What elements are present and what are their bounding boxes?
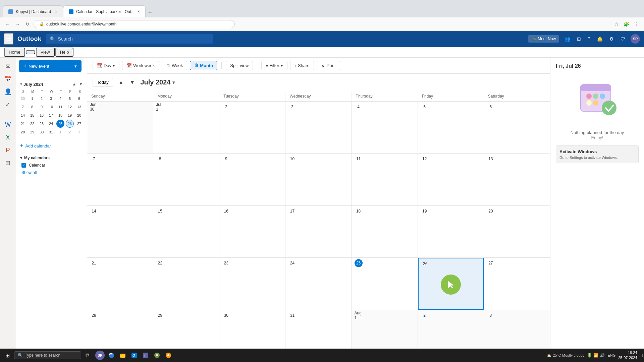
split-view-button[interactable]: Split view	[226, 61, 253, 70]
fluent-icon[interactable]: ⊞	[576, 35, 582, 43]
cell-6[interactable]: 6	[484, 102, 550, 153]
nav-calendar[interactable]: 📅	[2, 73, 14, 85]
mini-day-28[interactable]: 28	[19, 128, 27, 136]
settings-icon[interactable]: ⚙	[608, 35, 615, 43]
cell-5[interactable]: 5	[418, 102, 484, 153]
view-workweek-button[interactable]: 📅 Work week	[122, 61, 159, 70]
more-icon[interactable]: ⋮	[633, 20, 640, 28]
tab-calendar[interactable]	[26, 50, 35, 54]
cell-15[interactable]: 15	[153, 206, 219, 257]
taskbar-canary-icon[interactable]	[163, 350, 174, 361]
cell-7[interactable]: 7	[87, 154, 153, 205]
new-tab-button[interactable]: +	[146, 8, 155, 17]
tab-kopyst-close[interactable]: ✕	[55, 10, 57, 13]
view-week-button[interactable]: 🗓 Week	[162, 61, 187, 70]
mini-day-7[interactable]: 7	[19, 103, 27, 111]
cell-2[interactable]: 2	[219, 102, 285, 153]
mini-cal-next[interactable]: ▼	[77, 81, 84, 87]
cell-4[interactable]: 4	[352, 102, 418, 153]
cell-11[interactable]: 11	[352, 154, 418, 205]
cell-10[interactable]: 10	[285, 154, 352, 205]
tab-help[interactable]: Help	[55, 48, 74, 57]
cell-26-selected[interactable]: 26	[418, 258, 484, 309]
mini-day-1[interactable]: 1	[28, 95, 36, 103]
show-all-button[interactable]: Show all	[19, 169, 84, 176]
address-bar[interactable]: 🔒 outlook.live.com/calendar/0/view/month	[34, 20, 235, 28]
taskbar-microsoft-edge[interactable]	[106, 350, 117, 361]
cell-14[interactable]: 14	[87, 206, 153, 257]
nav-contacts[interactable]: 👤	[2, 86, 14, 98]
back-button[interactable]: ←	[4, 20, 11, 28]
teams-icon[interactable]: 👥	[563, 35, 572, 43]
mini-day-14[interactable]: 14	[19, 111, 27, 119]
cell-jul1[interactable]: Jul 1	[153, 102, 219, 153]
mini-day-2next[interactable]: 2	[66, 128, 74, 136]
mini-cal-title[interactable]: July 2024	[23, 82, 71, 87]
taskbar-file-explorer[interactable]	[117, 350, 128, 361]
nav-mail[interactable]: ✉	[2, 60, 14, 72]
mini-cal-prev[interactable]: ▲	[71, 81, 77, 87]
tab-home[interactable]: Home	[4, 48, 25, 57]
my-calendars-header[interactable]: ▾ My calendars	[19, 154, 84, 162]
mini-day-18[interactable]: 18	[56, 111, 64, 119]
cell-12[interactable]: 12	[418, 154, 484, 205]
refresh-button[interactable]: ↻	[24, 20, 31, 28]
search-bar[interactable]: 🔍	[46, 34, 213, 44]
mini-day-12[interactable]: 12	[66, 103, 74, 111]
cell-13[interactable]: 13	[484, 154, 550, 205]
tab-outlook-close[interactable]: ✕	[137, 10, 140, 13]
mini-day-10[interactable]: 10	[47, 103, 55, 111]
add-calendar-button[interactable]: + Add calendar	[19, 140, 84, 152]
share-button[interactable]: ↑ Share	[290, 61, 314, 70]
extensions-icon[interactable]: 🧩	[622, 20, 631, 28]
taskbar-user-icon[interactable]: SP	[95, 350, 105, 361]
taskbar-outlook-icon[interactable]: O	[129, 350, 140, 361]
cell-8[interactable]: 8	[153, 154, 219, 205]
new-event-dropdown-icon[interactable]: ▾	[74, 64, 77, 69]
mini-day-5[interactable]: 5	[66, 95, 74, 103]
mini-day-9[interactable]: 9	[38, 103, 46, 111]
search-input[interactable]	[58, 36, 209, 42]
bookmark-icon[interactable]: ☆	[613, 20, 620, 28]
mini-day-24[interactable]: 24	[47, 120, 55, 128]
shield-icon[interactable]: 🛡	[619, 35, 627, 43]
mini-day-31[interactable]: 31	[47, 128, 55, 136]
cell-24[interactable]: 24	[285, 258, 352, 309]
cell-22[interactable]: 22	[153, 258, 219, 309]
nav-word[interactable]: W	[2, 119, 14, 131]
mini-cal-collapse[interactable]: ▾	[19, 81, 23, 87]
cell-3[interactable]: 3	[285, 102, 352, 153]
meet-now-button[interactable]: 📹 Meet Now	[528, 35, 559, 43]
mini-day-30prev[interactable]: 30	[19, 95, 27, 103]
hamburger-menu-button[interactable]: ☰	[4, 33, 13, 45]
cell-jun30[interactable]: Jun 30	[87, 102, 153, 153]
taskbar-chrome-icon[interactable]	[152, 350, 162, 361]
mini-day-4[interactable]: 4	[56, 95, 64, 103]
nav-powerpoint[interactable]: P	[2, 144, 14, 156]
mini-day-6[interactable]: 6	[75, 95, 83, 103]
avatar[interactable]: SP	[631, 34, 640, 44]
calendar-month-title[interactable]: July 2024 ▾	[140, 78, 175, 86]
calendar-item-main[interactable]: ✓ Calendar	[19, 162, 84, 169]
today-button[interactable]: Today	[93, 78, 113, 87]
cell-17[interactable]: 17	[285, 206, 352, 257]
mini-day-22[interactable]: 22	[28, 120, 36, 128]
mini-day-25[interactable]: 25	[56, 120, 64, 128]
tab-view[interactable]: View	[36, 48, 55, 57]
bell-icon[interactable]: 🔔	[596, 35, 604, 43]
taskbar-teams-icon[interactable]: T	[140, 350, 151, 361]
view-month-button[interactable]: 🗓 Month	[190, 61, 217, 70]
mini-day-3[interactable]: 3	[47, 95, 55, 103]
mini-day-21[interactable]: 21	[19, 120, 27, 128]
start-button[interactable]: ⊞	[1, 349, 13, 361]
mini-day-26[interactable]: 26	[66, 120, 74, 128]
mini-day-17[interactable]: 17	[47, 111, 55, 119]
cell-18[interactable]: 18	[352, 206, 418, 257]
mini-day-19[interactable]: 19	[66, 111, 74, 119]
mini-day-27[interactable]: 27	[75, 120, 83, 128]
mini-day-15[interactable]: 15	[28, 111, 36, 119]
tab-kopyst[interactable]: Kopyst | Dashboard ✕	[3, 5, 63, 17]
cell-25[interactable]: 25	[352, 258, 418, 309]
mini-day-20[interactable]: 20	[75, 111, 83, 119]
new-event-button[interactable]: + New event ▾	[19, 60, 82, 72]
